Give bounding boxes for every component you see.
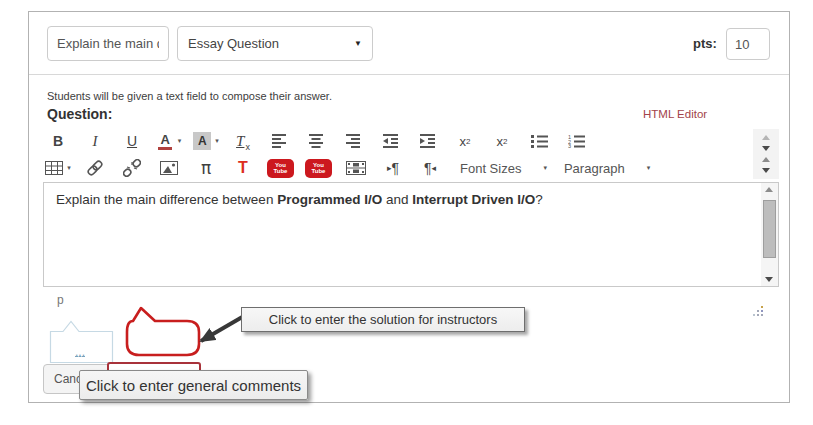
points-label: pts:	[693, 36, 717, 51]
element-path[interactable]: p	[57, 293, 64, 307]
bold-button[interactable]: B	[45, 130, 71, 152]
italic-button[interactable]: I	[82, 130, 108, 152]
scroll-down-icon[interactable]	[762, 168, 770, 173]
outdent-icon	[383, 134, 399, 148]
image-button[interactable]	[156, 157, 182, 179]
youtube-button-1[interactable]: YouTube	[267, 157, 294, 179]
unlink-button[interactable]	[119, 157, 145, 179]
align-left-button[interactable]	[267, 130, 293, 152]
editor-toolbar-row-2: ▾ π T YouTube YouTube ▸¶ ¶◂	[45, 155, 650, 181]
resize-grip-icon[interactable]	[751, 304, 764, 317]
youtube-icon: YouTube	[267, 159, 294, 178]
solution-tooltip: Click to enter the solution for instruct…	[241, 307, 525, 332]
font-sizes-label: Font Sizes	[460, 161, 521, 176]
table-icon	[45, 161, 63, 175]
scrollbar-up-icon[interactable]	[765, 187, 773, 192]
svg-text:3: 3	[568, 143, 571, 148]
youtube-icon: YouTube	[305, 159, 332, 178]
image-icon	[160, 161, 178, 175]
numbered-list-icon: 123	[568, 134, 585, 148]
scrollbar-thumb[interactable]	[763, 200, 776, 258]
subscript-button[interactable]: x2	[489, 130, 515, 152]
align-right-icon	[346, 134, 362, 148]
link-icon	[86, 159, 104, 177]
bold-icon: B	[53, 133, 63, 149]
media-button[interactable]	[343, 157, 369, 179]
chevron-down-icon: ▼	[354, 39, 362, 48]
align-center-button[interactable]	[304, 130, 330, 152]
indent-icon	[420, 134, 436, 148]
scroll-up-icon[interactable]	[762, 135, 770, 140]
text-color-button[interactable]: A ▾	[156, 130, 182, 152]
link-button[interactable]	[82, 157, 108, 179]
clear-formatting-button[interactable]: T x	[230, 130, 256, 152]
question-text-plain: Explain the main difference between	[56, 192, 277, 207]
table-button[interactable]: ▾	[45, 157, 71, 179]
html-editor-link[interactable]: HTML Editor	[643, 108, 707, 120]
youtube-button-2[interactable]: YouTube	[305, 157, 332, 179]
ltr-paragraph-button[interactable]: ▸¶	[380, 157, 406, 179]
bullet-list-icon	[531, 134, 548, 148]
clear-formatting-icon: T	[236, 133, 244, 150]
question-text-bold: Programmed I/O	[277, 192, 382, 207]
rtl-icon: ¶	[424, 160, 432, 176]
general-comments-tooltip-text: Click to enter general comments	[86, 377, 301, 394]
outdent-button[interactable]	[378, 130, 404, 152]
question-header: Essay Question ▼ pts:	[29, 12, 789, 75]
editor-toolbar-row-1: B I U A ▾ A ▾ T x	[45, 129, 589, 153]
chevron-down-icon: ▾	[543, 164, 547, 172]
question-text[interactable]: Explain the main difference between Prog…	[44, 183, 760, 286]
align-left-icon	[272, 134, 288, 148]
chevron-down-icon: ▾	[647, 164, 651, 172]
question-editor-panel: Essay Question ▼ pts: Students will be g…	[28, 11, 790, 403]
question-type-select[interactable]: Essay Question ▼	[177, 26, 373, 61]
paragraph-dropdown[interactable]: Paragraph ▾	[564, 161, 650, 176]
chevron-down-icon: ▾	[178, 137, 182, 145]
superscript-button[interactable]: x2	[452, 130, 478, 152]
rtl-paragraph-button[interactable]: ¶◂	[417, 157, 443, 179]
font-sizes-dropdown[interactable]: Font Sizes ▾	[460, 161, 547, 176]
align-center-icon	[309, 134, 325, 148]
question-name-input[interactable]	[47, 26, 169, 61]
chevron-down-icon: ▾	[67, 164, 71, 172]
align-right-button[interactable]	[341, 130, 367, 152]
solution-tooltip-text: Click to enter the solution for instruct…	[269, 312, 497, 327]
bullet-list-button[interactable]	[526, 130, 552, 152]
underline-icon: U	[127, 133, 137, 149]
question-label: Question:	[47, 106, 112, 122]
pi-icon: π	[201, 158, 211, 178]
points-input[interactable]	[726, 28, 770, 60]
toolbar-scroll-spinners	[753, 129, 779, 179]
background-color-button[interactable]: A ▾	[193, 130, 219, 152]
annotation-arrow-icon	[189, 307, 249, 353]
background-color-icon: A	[193, 132, 211, 150]
title-text-button[interactable]: T	[230, 157, 256, 179]
indent-button[interactable]	[415, 130, 441, 152]
comment-link[interactable]: ...	[75, 348, 85, 357]
scrollbar-down-icon[interactable]	[765, 277, 773, 282]
scroll-down-icon[interactable]	[762, 146, 770, 151]
general-comments-tooltip: Click to enter general comments	[79, 370, 308, 400]
italic-icon: I	[93, 133, 98, 150]
question-description: Students will be given a text field to c…	[47, 90, 332, 102]
question-type-value: Essay Question	[188, 36, 279, 51]
unlink-icon	[123, 159, 141, 177]
equation-button[interactable]: π	[193, 157, 219, 179]
chevron-down-icon: ▾	[215, 137, 219, 145]
film-icon	[346, 161, 366, 175]
editor-scrollbar[interactable]	[761, 183, 778, 286]
red-t-icon: T	[238, 159, 248, 177]
scroll-up-icon[interactable]	[762, 157, 770, 162]
question-editor-area[interactable]: Explain the main difference between Prog…	[43, 182, 779, 287]
numbered-list-button[interactable]: 123	[563, 130, 589, 152]
paragraph-label: Paragraph	[564, 161, 625, 176]
underline-button[interactable]: U	[119, 130, 145, 152]
text-color-icon: A	[157, 133, 174, 150]
question-text-bold: Interrupt Driven I/O	[412, 192, 535, 207]
